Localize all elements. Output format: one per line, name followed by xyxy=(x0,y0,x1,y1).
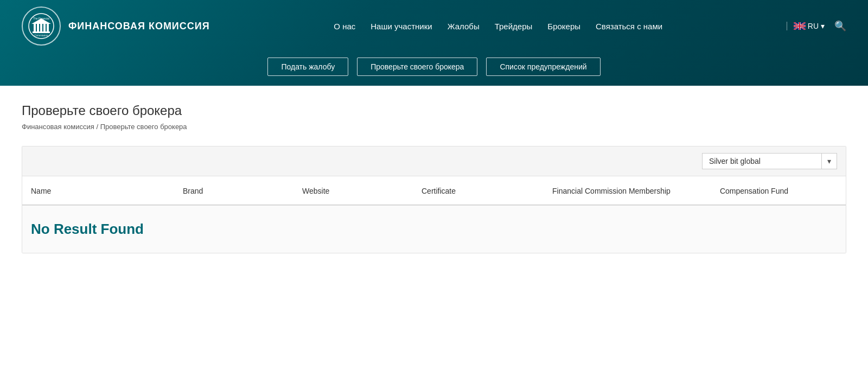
col-compensation: Compensation Fund xyxy=(671,186,837,197)
col-brand: Brand xyxy=(183,186,302,197)
svg-rect-5 xyxy=(43,24,46,31)
table-toolbar: ▾ xyxy=(22,146,846,176)
no-result-message: No Result Found xyxy=(31,221,837,238)
header-action-buttons: Подать жалобу Проверьте своего брокера С… xyxy=(0,52,868,86)
col-name: Name xyxy=(31,186,183,197)
table-header: Name Brand Website Certificate Financial… xyxy=(22,176,846,205)
page-title: Проверьте своего брокера xyxy=(22,103,846,118)
nav-traders[interactable]: Трейдеры xyxy=(495,22,533,31)
table-body: No Result Found xyxy=(22,205,846,253)
nav-right: RU ▾ 🔍 xyxy=(787,20,846,32)
svg-rect-3 xyxy=(37,24,39,31)
site-header: The Financial Commission ФИНАНСОВАЯ КОМИ… xyxy=(0,0,868,86)
breadcrumb-home[interactable]: Финансовая комиссия xyxy=(22,123,94,131)
search-dropdown-button[interactable]: ▾ xyxy=(821,153,837,169)
warning-list-button[interactable]: Список предупреждений xyxy=(486,58,600,76)
svg-rect-8 xyxy=(33,31,50,33)
svg-rect-2 xyxy=(34,24,36,31)
nav-brokers[interactable]: Брокеры xyxy=(547,22,580,31)
nav-contact[interactable]: Связаться с нами xyxy=(596,22,662,31)
site-title: ФИНАНСОВАЯ КОМИССИЯ xyxy=(68,21,210,32)
col-website: Website xyxy=(302,186,422,197)
language-selector[interactable]: RU ▾ xyxy=(787,22,825,30)
broker-table-container: ▾ Name Brand Website Certificate Financi… xyxy=(22,146,846,253)
main-nav: О нас Наши участники Жалобы Трейдеры Бро… xyxy=(221,22,776,31)
breadcrumb-separator: / xyxy=(96,123,100,131)
col-certificate: Certificate xyxy=(422,186,552,197)
nav-members[interactable]: Наши участники xyxy=(371,22,432,31)
nav-complaints[interactable]: Жалобы xyxy=(448,22,480,31)
svg-rect-6 xyxy=(47,24,49,31)
col-membership: Financial Commission Membership xyxy=(552,186,671,197)
main-content: Проверьте своего брокера Финансовая коми… xyxy=(0,86,868,271)
search-wrapper: ▾ xyxy=(702,153,837,169)
logo-area: The Financial Commission ФИНАНСОВАЯ КОМИ… xyxy=(22,7,210,46)
submit-complaint-button[interactable]: Подать жалобу xyxy=(267,58,348,76)
lang-dropdown-arrow[interactable]: ▾ xyxy=(821,22,825,30)
search-icon[interactable]: 🔍 xyxy=(834,20,846,32)
check-broker-button[interactable]: Проверьте своего брокера xyxy=(357,58,477,76)
svg-rect-4 xyxy=(40,24,42,31)
svg-text:Commission: Commission xyxy=(35,34,48,37)
breadcrumb-current: Проверьте своего брокера xyxy=(100,123,187,131)
lang-label: RU xyxy=(808,22,819,30)
nav-about[interactable]: О нас xyxy=(334,22,355,31)
breadcrumb: Финансовая комиссия / Проверьте своего б… xyxy=(22,123,846,131)
logo-circle: The Financial Commission xyxy=(22,7,61,46)
search-input[interactable] xyxy=(702,153,821,169)
